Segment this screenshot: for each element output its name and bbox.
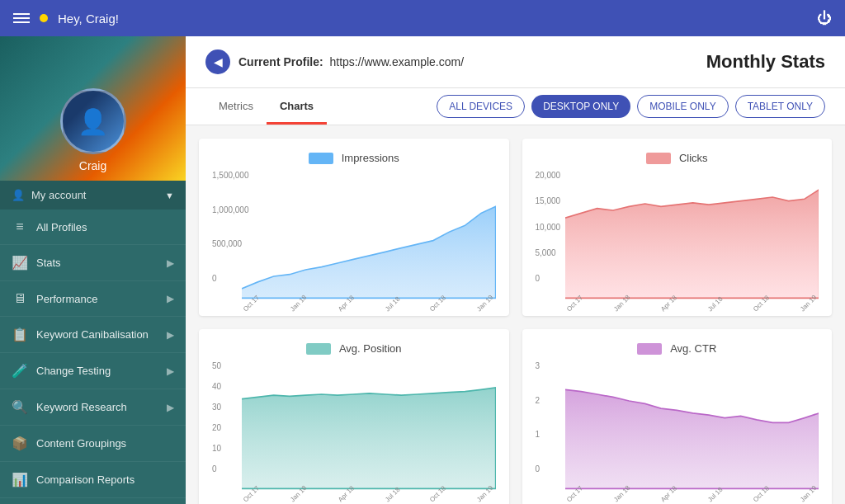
sidebar-item-all-profiles[interactable]: ≡ All Profiles xyxy=(0,210,186,245)
chart-avg-ctr: Avg. CTR 3 2 1 0 xyxy=(522,329,833,504)
performance-chevron: ▶ xyxy=(167,293,174,304)
change-testing-icon: 🧪 xyxy=(12,363,28,379)
monthly-stats-title: Monthly Stats xyxy=(706,51,825,73)
desktop-only-button[interactable]: DESKTOP ONLY xyxy=(531,95,630,118)
performance-icon: 🖥 xyxy=(12,291,28,306)
greeting-text: Hey, Craig! xyxy=(58,12,119,26)
sidebar-item-keyword-canibalisation[interactable]: 📋 Keyword Canibalisation ▶ xyxy=(0,317,186,353)
content-groupings-icon: 📦 xyxy=(12,436,28,451)
impressions-legend xyxy=(309,153,333,164)
sidebar: 👤 Craig 👤 My account ▼ ≡ All Profiles 📈 … xyxy=(0,36,186,504)
impressions-x-labels: Oct 17 Jan 18 Apr 18 Jul 18 Oct 18 Jan 1… xyxy=(212,308,496,315)
current-profile-label: Current Profile: https://www.example.com… xyxy=(238,55,464,68)
current-profile-url: https://www.example.com/ xyxy=(329,55,464,68)
change-testing-chevron: ▶ xyxy=(167,365,174,377)
profile-name: Craig xyxy=(79,159,106,172)
clicks-x-labels: Oct 17 Jan 18 Apr 18 Jul 18 Oct 18 Jan 1… xyxy=(536,308,819,315)
clicks-chart-area: 20,000 15,000 10,000 5,000 0 xyxy=(536,171,819,303)
avg-position-chart-area: 50 40 30 20 10 0 xyxy=(212,361,496,493)
nav-label-comparison-reports: Comparison Reports xyxy=(36,473,135,486)
avatar: 👤 xyxy=(60,88,126,154)
hamburger-icon[interactable] xyxy=(13,11,30,26)
topbar: Hey, Craig! ⏻ xyxy=(0,0,845,36)
all-devices-button[interactable]: ALL DEVICES xyxy=(437,95,525,118)
kw-research-chevron: ▶ xyxy=(167,402,174,413)
avg-position-legend xyxy=(306,343,331,355)
account-label: My account xyxy=(31,189,86,201)
avg-position-svg xyxy=(242,361,496,493)
main-content: ◀ Current Profile: https://www.example.c… xyxy=(186,36,845,504)
clicks-legend xyxy=(646,153,671,164)
clicks-svg xyxy=(565,171,819,303)
avg-position-y-labels: 50 40 30 20 10 0 xyxy=(212,361,224,473)
avg-ctr-svg xyxy=(565,361,819,493)
chart-impressions: Impressions 1,500,000 1,000,000 500,000 … xyxy=(199,139,509,316)
kw-canib-icon: 📋 xyxy=(12,327,28,342)
sidebar-item-comparison-reports[interactable]: 📊 Comparison Reports xyxy=(0,462,186,498)
mobile-only-button[interactable]: MOBILE ONLY xyxy=(637,95,728,118)
sidebar-item-content-groupings[interactable]: 📦 Content Groupings xyxy=(0,426,186,462)
account-icon: 👤 xyxy=(12,189,25,201)
sidebar-item-change-testing[interactable]: 🧪 Change Testing ▶ xyxy=(0,353,186,389)
avg-position-title: Avg. Position xyxy=(339,342,402,355)
sidebar-item-performance[interactable]: 🖥 Performance ▶ xyxy=(0,281,186,317)
power-button[interactable]: ⏻ xyxy=(817,10,832,27)
stats-icon: 📈 xyxy=(12,255,28,271)
main-header: ◀ Current Profile: https://www.example.c… xyxy=(186,36,845,88)
nav-label-all-profiles: All Profiles xyxy=(36,221,87,233)
nav-label-performance: Performance xyxy=(36,293,97,305)
tabs: Metrics Charts xyxy=(205,90,327,124)
chart-avg-position: Avg. Position 50 40 30 20 10 0 xyxy=(199,329,509,504)
avg-position-x-labels: Oct 17 Jan 18 Apr 18 Jul 18 Oct 18 Jan 1… xyxy=(212,498,496,504)
tabs-row: Metrics Charts ALL DEVICES DESKTOP ONLY … xyxy=(186,88,845,125)
avg-ctr-chart-area: 3 2 1 0 xyxy=(536,361,819,493)
charts-grid: Impressions 1,500,000 1,000,000 500,000 … xyxy=(186,125,845,504)
tab-metrics[interactable]: Metrics xyxy=(205,90,267,125)
tab-charts[interactable]: Charts xyxy=(267,90,327,125)
impressions-title: Impressions xyxy=(342,152,399,164)
avg-ctr-title: Avg. CTR xyxy=(670,342,716,355)
nav-label-kw-canib: Keyword Canibalisation xyxy=(36,328,149,341)
back-button[interactable]: ◀ xyxy=(205,49,230,74)
chart-clicks: Clicks 20,000 15,000 10,000 5,000 0 xyxy=(522,139,833,316)
clicks-y-labels: 20,000 15,000 10,000 5,000 0 xyxy=(536,171,564,283)
comparison-reports-icon: 📊 xyxy=(12,472,28,488)
kw-canib-chevron: ▶ xyxy=(167,329,174,341)
nav-label-stats: Stats xyxy=(36,257,61,269)
profile-section: 👤 Craig xyxy=(0,36,186,181)
avg-ctr-legend xyxy=(637,343,662,355)
current-profile-prefix: Current Profile: xyxy=(238,55,323,68)
clicks-title: Clicks xyxy=(679,152,708,164)
impressions-y-labels: 1,500,000 1,000,000 500,000 0 xyxy=(212,171,253,283)
device-filter-group: ALL DEVICES DESKTOP ONLY MOBILE ONLY TAB… xyxy=(437,88,825,125)
impressions-svg xyxy=(242,171,496,303)
impressions-chart-area: 1,500,000 1,000,000 500,000 0 xyxy=(212,171,496,303)
avg-ctr-y-labels: 3 2 1 0 xyxy=(536,361,544,473)
avg-ctr-x-labels: Oct 17 Jan 18 Apr 18 Jul 18 Oct 18 Jan 1… xyxy=(536,498,819,504)
kw-research-icon: 🔍 xyxy=(12,399,28,415)
stats-chevron: ▶ xyxy=(167,257,174,269)
nav-label-content-groupings: Content Groupings xyxy=(36,437,126,450)
tablet-only-button[interactable]: TABLET ONLY xyxy=(735,95,825,118)
sidebar-item-keyword-research[interactable]: 🔍 Keyword Research ▶ xyxy=(0,389,186,426)
account-chevron: ▼ xyxy=(165,191,174,200)
nav-label-kw-research: Keyword Research xyxy=(36,401,127,413)
list-icon: ≡ xyxy=(12,219,28,234)
status-dot xyxy=(40,14,48,22)
my-account-item[interactable]: 👤 My account ▼ xyxy=(0,181,186,210)
nav-label-change-testing: Change Testing xyxy=(36,365,111,377)
sidebar-item-stats[interactable]: 📈 Stats ▶ xyxy=(0,245,186,281)
